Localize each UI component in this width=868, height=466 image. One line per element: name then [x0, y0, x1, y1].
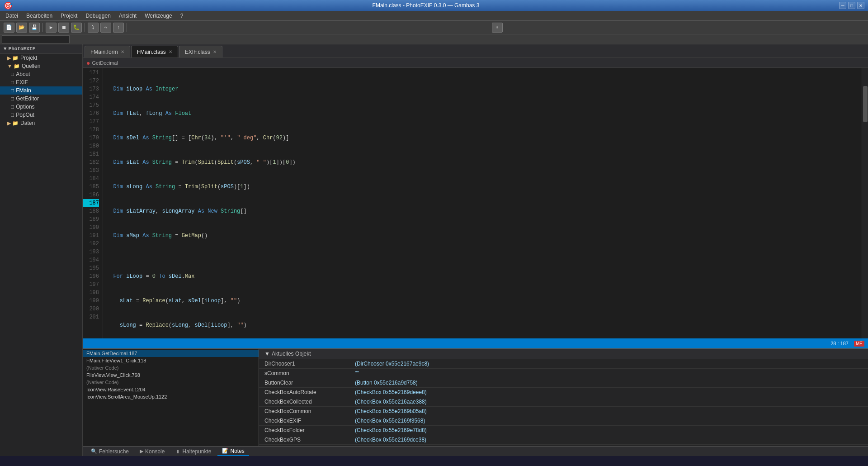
sidebar-item-projekt[interactable]: ▶ 📁 Projekt	[0, 54, 82, 62]
obj-name-6: CheckBoxEXIF	[259, 416, 349, 425]
window-controls: ─ □ ✕	[839, 2, 864, 9]
toolbar-stepover[interactable]: ↷	[100, 23, 111, 33]
konsole-icon: ▶	[140, 448, 143, 454]
bottom-area: FMain.GetDecimal.187 FMain.FileView1_Cli…	[83, 348, 868, 446]
sidebar-item-options[interactable]: □ Options	[0, 103, 82, 111]
toolbar-step[interactable]: ⤵	[88, 23, 99, 33]
breadcrumb-text: GetDecimal	[92, 60, 118, 66]
btab-haltepunkte-label: Haltepunkte	[182, 448, 211, 455]
folder-icon-daten: ▶ 📁	[7, 120, 19, 126]
stack-item-3[interactable]: FileView.View_Click.768	[83, 371, 259, 379]
code-area[interactable]: 171172173174175 176177178179180 18118218…	[83, 68, 868, 338]
tab-exif-class-label: EXIF.class	[185, 49, 210, 55]
sidebar-item-exif[interactable]: □ EXIF	[0, 78, 82, 86]
scroll-thumb[interactable]	[863, 86, 868, 122]
obj-row-8[interactable]: CheckBoxGPS (CheckBox 0x55e2169dce38)	[259, 435, 868, 445]
file-indent5: □	[11, 104, 14, 110]
minimize-button[interactable]: ─	[839, 2, 846, 9]
file-indent: □	[11, 71, 14, 77]
object-panel: ▼ Aktuelles Objekt DirChooser1 (DirChoos…	[259, 349, 868, 446]
toolbar-run[interactable]: ▶	[46, 23, 57, 33]
search-input[interactable]	[2, 35, 70, 43]
stack-panel: FMain.GetDecimal.187 FMain.FileView1_Cli…	[83, 349, 259, 446]
obj-row-6[interactable]: CheckBoxEXIF (CheckBox 0x55e2169f3568)	[259, 416, 868, 426]
project-icon: ▼	[4, 46, 7, 52]
menu-bearbeiten[interactable]: Bearbeiten	[23, 12, 56, 20]
stack-item-2[interactable]: (Nativer Code)	[83, 364, 259, 371]
sidebar-item-fmain[interactable]: □ FMain	[0, 86, 82, 95]
btab-konsole[interactable]: ▶ Konsole	[135, 447, 169, 456]
tab-fmain-class[interactable]: FMain.class ✕	[131, 46, 178, 57]
sidebar-item-about[interactable]: □ About	[0, 70, 82, 78]
tab-fmain-class-label: FMain.class	[137, 49, 166, 55]
btab-konsole-label: Konsole	[145, 448, 165, 455]
sidebar-geteditor-label: GetEditor	[16, 95, 39, 102]
stack-item-5[interactable]: IconView.RaiseEvent.1204	[83, 386, 259, 393]
notes-icon: 📝	[222, 448, 228, 454]
search-bar	[0, 34, 868, 44]
sidebar-daten-label: Daten	[20, 120, 35, 126]
maximize-button[interactable]: □	[848, 2, 855, 9]
menu-ansicht[interactable]: Ansicht	[115, 12, 140, 20]
tab-exif-class[interactable]: EXIF.class ✕	[179, 46, 222, 57]
toolbar-debug[interactable]: 🐛	[71, 23, 82, 33]
toolbar-stepout[interactable]: ↑	[113, 23, 124, 33]
obj-row-2[interactable]: ButtonClear (Button 0x55e216a9d758)	[259, 378, 868, 388]
stack-item-4[interactable]: (Nativer Code)	[83, 379, 259, 386]
obj-row-5[interactable]: CheckBoxCommon (CheckBox 0x55e2169b05a8)	[259, 407, 868, 416]
bottom-tabs: 🔍 Fehlersuche ▶ Konsole ⏸ Haltepunkte 📝 …	[83, 446, 868, 456]
sidebar-item-daten[interactable]: ▶ 📁 Daten	[0, 119, 82, 127]
obj-value-8: (CheckBox 0x55e2169dce38)	[349, 435, 868, 444]
tab-fmain-form-close[interactable]: ✕	[121, 49, 124, 54]
sidebar-header: ▼ PhotoEXIF	[0, 44, 82, 54]
sidebar-item-geteditor[interactable]: □ GetEditor	[0, 95, 82, 103]
obj-row-3[interactable]: CheckBoxAutoRotate (CheckBox 0x55e2169de…	[259, 388, 868, 397]
stack-item-0[interactable]: FMain.GetDecimal.187	[83, 350, 259, 357]
menu-datei[interactable]: Datei	[2, 12, 22, 20]
obj-value-1: ""	[349, 369, 868, 378]
sidebar: ▼ PhotoEXIF ▶ 📁 Projekt ▼ 📁 Quellen □ Ab…	[0, 44, 83, 456]
sidebar-exif-label: EXIF	[16, 79, 28, 86]
cursor-position: 28 : 187	[830, 341, 849, 347]
titlebar: 🎯 FMain.class - PhotoEXIF 0.3.0 — Gambas…	[0, 0, 868, 11]
btab-notes[interactable]: 📝 Notes	[217, 447, 249, 456]
obj-value-7: (CheckBox 0x55e2169e78d8)	[349, 426, 868, 435]
close-button[interactable]: ✕	[857, 2, 864, 9]
toolbar-extra1[interactable]: ⬇	[492, 23, 503, 33]
obj-row-1[interactable]: sCommon ""	[259, 369, 868, 378]
menu-werkzeuge[interactable]: Werkzeuge	[141, 12, 175, 20]
stack-item-6[interactable]: IconView.ScrollArea_MouseUp.1122	[83, 393, 259, 400]
tab-fmain-form[interactable]: FMain.form ✕	[85, 46, 130, 57]
obj-row-4[interactable]: CheckBoxCollected (CheckBox 0x55e216aae3…	[259, 397, 868, 407]
stack-item-1[interactable]: FMain.FileView1_Click.118	[83, 357, 259, 364]
toolbar-open[interactable]: 📂	[16, 23, 27, 33]
btab-fehlersuche[interactable]: 🔍 Fehlersuche	[86, 447, 133, 456]
sidebar-quellen-label: Quellen	[22, 63, 40, 69]
tab-exif-class-close[interactable]: ✕	[213, 49, 217, 54]
sidebar-options-label: Options	[16, 104, 34, 110]
btab-notes-label: Notes	[230, 448, 244, 454]
breadcrumb: ● GetDecimal	[83, 58, 868, 68]
obj-value-6: (CheckBox 0x55e2169f3568)	[349, 416, 868, 425]
obj-name-1: sCommon	[259, 369, 349, 378]
tab-fmain-class-close[interactable]: ✕	[169, 49, 172, 54]
btab-haltepunkte[interactable]: ⏸ Haltepunkte	[171, 447, 216, 456]
toolbar-sep3	[127, 23, 127, 32]
obj-name-0: DirChooser1	[259, 359, 349, 368]
menu-help[interactable]: ?	[177, 12, 187, 20]
sidebar-popout-label: PopOut	[16, 112, 34, 118]
obj-row-0[interactable]: DirChooser1 (DirChooser 0x55e2167ae9c8)	[259, 359, 868, 369]
sidebar-item-popout[interactable]: □ PopOut	[0, 111, 82, 119]
obj-row-7[interactable]: CheckBoxFolder (CheckBox 0x55e2169e78d8)	[259, 426, 868, 435]
code-content[interactable]: Dim iLoop As Integer Dim fLat, fLong As …	[103, 68, 862, 338]
toolbar-new[interactable]: 📄	[4, 23, 14, 33]
tab-fmain-form-label: FMain.form	[90, 49, 118, 55]
obj-name-3: CheckBoxAutoRotate	[259, 388, 349, 397]
toolbar-stop[interactable]: ⏹	[58, 23, 69, 33]
toolbar-save[interactable]: 💾	[29, 23, 40, 33]
menu-debuggen[interactable]: Debuggen	[82, 12, 114, 20]
right-scrollbar[interactable]	[862, 68, 868, 338]
folder-icon-quellen: ▼ 📁	[7, 63, 20, 69]
menu-projekt[interactable]: Projekt	[57, 12, 81, 20]
sidebar-item-quellen[interactable]: ▼ 📁 Quellen	[0, 62, 82, 70]
